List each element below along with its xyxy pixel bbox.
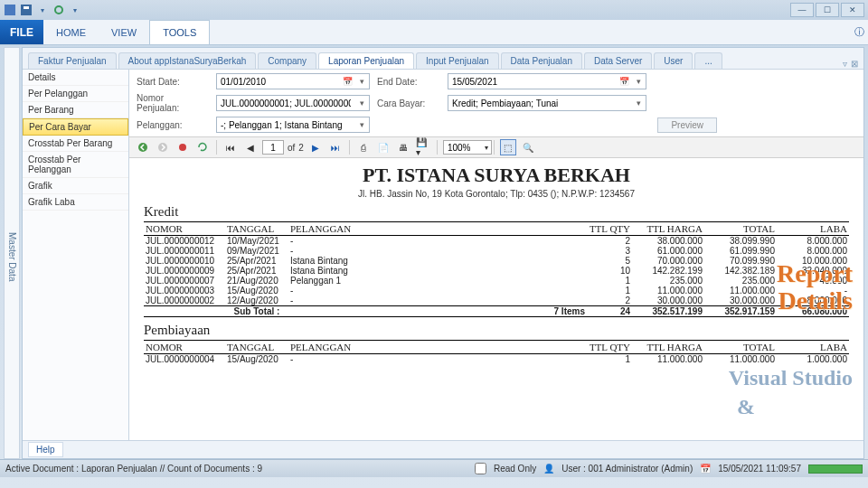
svg-rect-0 — [5, 5, 15, 15]
table-row: JUL.000000001210/May/2021-238.000.00038.… — [144, 236, 849, 247]
tree-item-selected[interactable]: Per Cara Bayar — [23, 118, 128, 136]
start-date-input[interactable]: 📅▾ — [216, 73, 370, 89]
refresh-icon[interactable] — [194, 139, 211, 155]
status-user: User : 001 Administrator (Admin) — [561, 464, 693, 474]
refresh-icon[interactable] — [52, 4, 65, 16]
doc-tab[interactable]: User — [654, 52, 693, 69]
report-tree: Details Per Pelanggan Per Barang Per Car… — [23, 70, 129, 440]
export-icon[interactable]: 💾▾ — [415, 139, 431, 155]
chevron-down-icon[interactable]: ▾ — [354, 120, 369, 129]
tree-item[interactable]: Per Pelanggan — [23, 86, 128, 102]
chevron-down-icon[interactable]: ▾ — [631, 77, 646, 86]
tree-item[interactable]: Crosstab Per Pelanggan — [23, 152, 128, 178]
nomor-input[interactable]: ▾ — [216, 95, 370, 111]
ribbon-tab-view[interactable]: VIEW — [99, 20, 149, 44]
chevron-down-icon[interactable]: ▾ — [354, 77, 369, 86]
section-header: Kredit — [144, 204, 849, 220]
ribbon-tab-home[interactable]: HOME — [43, 20, 99, 44]
report-title: PT. ISTANA SURYA BERKAH — [144, 164, 849, 187]
table-row: JUL.000000000415/Aug/2020-111.000.00011.… — [144, 354, 849, 365]
app-icon — [4, 4, 16, 16]
first-page-icon[interactable]: ⏮ — [222, 139, 239, 155]
doc-tab[interactable]: Data Server — [584, 52, 652, 69]
start-date-label: Start Date: — [137, 77, 209, 87]
dropdown-icon[interactable]: ▾ — [69, 4, 81, 16]
side-panel-tab[interactable]: Master Data — [4, 47, 20, 459]
pelanggan-input[interactable]: ▾ — [216, 117, 370, 133]
table-row: JUL.000000001025/Apr/2021Istana Bintang5… — [144, 256, 849, 266]
print-layout-icon[interactable]: ⎙ — [355, 139, 372, 155]
page-input[interactable] — [262, 140, 284, 155]
doc-tab-overflow[interactable]: ... — [694, 52, 722, 69]
page-setup-icon[interactable]: 📄 — [375, 139, 392, 155]
close-button[interactable]: ✕ — [841, 3, 864, 17]
interactive-view-icon[interactable]: ⬚ — [500, 139, 516, 155]
print-icon[interactable]: 🖶 — [395, 139, 411, 155]
tabs-dropdown-icon[interactable]: ▿ — [843, 59, 847, 69]
svg-point-4 — [138, 143, 147, 152]
svg-rect-1 — [21, 5, 32, 15]
user-icon: 👤 — [543, 464, 554, 474]
doc-tab[interactable]: Input Penjualan — [416, 52, 499, 69]
calendar-icon[interactable]: 📅 — [340, 77, 354, 86]
report-subtitle: Jl. HB. Jassin No, 19 Kota Gorontalo; Tl… — [144, 189, 849, 199]
doc-tab[interactable]: Data Penjualan — [501, 52, 582, 69]
table-row: JUL.000000000925/Apr/2021Istana Bintang1… — [144, 266, 849, 276]
end-date-label: End Date: — [377, 77, 440, 87]
titlebar: ▾ ▾ — ☐ ✕ — [0, 0, 868, 20]
calendar-icon[interactable]: 📅 — [617, 77, 631, 86]
cara-input[interactable]: ▾ — [448, 95, 646, 111]
ribbon-tab-tools[interactable]: TOOLS — [149, 20, 210, 44]
svg-point-6 — [179, 144, 186, 151]
last-page-icon[interactable]: ⏭ — [327, 139, 344, 155]
svg-point-3 — [55, 6, 62, 14]
tabs-close-icon[interactable]: ⊠ — [851, 59, 858, 69]
preview-button[interactable]: Preview — [657, 117, 717, 133]
stop-icon[interactable] — [175, 139, 191, 155]
ribbon: FILE HOME VIEW TOOLS ⓘ — [0, 20, 868, 45]
tree-item[interactable]: Crosstab Per Barang — [23, 136, 128, 152]
report-table-pembiayaan: NOMOR TANGGAL PELANGGAN TTL QTY TTL HARG… — [144, 340, 849, 364]
table-row: JUL.000000000315/Aug/2020-111.000.00011.… — [144, 286, 849, 296]
ribbon-help-icon[interactable]: ⓘ — [850, 20, 868, 44]
doc-tab-active[interactable]: Laporan Penjualan — [318, 52, 414, 69]
help-button[interactable]: Help — [28, 442, 63, 457]
end-date-input[interactable]: 📅▾ — [448, 73, 646, 89]
maximize-button[interactable]: ☐ — [816, 3, 839, 17]
save-icon[interactable] — [20, 4, 33, 16]
viewer-toolbar: ⏮ ◀ of 2 ▶ ⏭ ⎙ 📄 🖶 💾▾ ▾ ⬚ 🔍 — [129, 136, 863, 158]
next-page-icon[interactable]: ▶ — [307, 139, 324, 155]
readonly-checkbox[interactable] — [475, 463, 486, 474]
chevron-down-icon[interactable]: ▾ — [485, 144, 488, 152]
doc-tab[interactable]: Company — [258, 52, 316, 69]
search-icon[interactable]: 🔍 — [520, 139, 536, 155]
tree-item[interactable]: Grafik — [23, 178, 128, 194]
report-table-kredit: NOMOR TANGGAL PELANGGAN TTL QTY TTL HARG… — [144, 221, 849, 317]
nav-fwd-icon[interactable] — [155, 139, 171, 155]
minimize-button[interactable]: — — [790, 3, 814, 17]
chevron-down-icon[interactable]: ▾ — [631, 99, 646, 108]
page-of-label: of — [288, 143, 295, 153]
pelanggan-label: Pelanggan: — [137, 120, 209, 130]
svg-point-5 — [158, 143, 167, 152]
doc-tab[interactable]: Faktur Penjualan — [28, 52, 117, 69]
statusbar: Active Document : Laporan Penjualan // C… — [0, 459, 868, 477]
prev-page-icon[interactable]: ◀ — [242, 139, 259, 155]
tree-item[interactable]: Details — [23, 70, 128, 86]
doc-tab[interactable]: About appIstanaSuryaBerkah — [118, 52, 257, 69]
dropdown-icon[interactable]: ▾ — [36, 4, 49, 16]
chevron-down-icon[interactable]: ▾ — [354, 99, 369, 108]
file-menu[interactable]: FILE — [0, 20, 43, 44]
table-row: JUL.000000000721/Aug/2020Pelanggan 11235… — [144, 276, 849, 286]
section-header: Pembiayaan — [144, 323, 849, 338]
tree-item[interactable]: Per Barang — [23, 102, 128, 118]
table-row: JUL.000000001109/May/2021-361.000.00061.… — [144, 246, 849, 256]
watermark: & — [737, 395, 755, 419]
tree-item[interactable]: Grafik Laba — [23, 194, 128, 211]
document-tabs: Faktur Penjualan About appIstanaSuryaBer… — [23, 48, 863, 70]
progress-bar — [808, 465, 863, 474]
calendar-icon: 📅 — [700, 464, 711, 474]
watermark: Telerik Report — [708, 436, 844, 440]
nav-back-icon[interactable] — [135, 139, 151, 155]
cara-label: Cara Bayar: — [377, 99, 440, 108]
